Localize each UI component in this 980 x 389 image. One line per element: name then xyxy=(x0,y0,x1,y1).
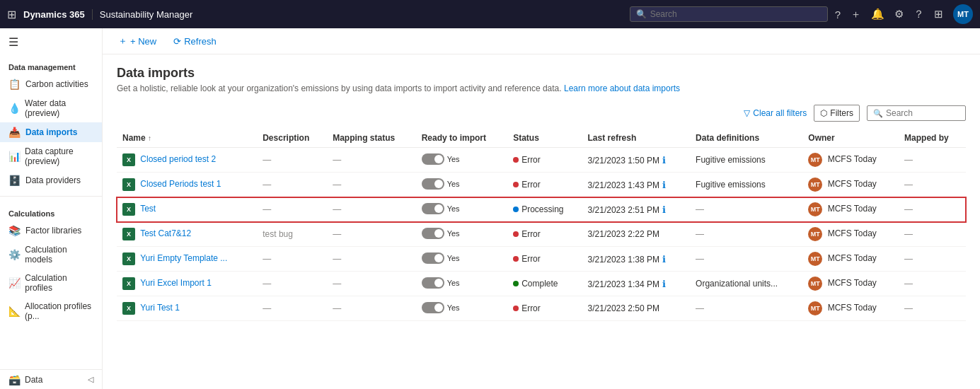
table-row[interactable]: X Closed Periods test 1 — — Yes Error 3/… xyxy=(117,173,966,197)
cell-data-definitions: — xyxy=(690,222,802,247)
ready-toggle[interactable] xyxy=(422,228,444,239)
table-search-input[interactable] xyxy=(886,108,959,118)
help-icon[interactable]: ? xyxy=(835,8,841,21)
user-avatar[interactable]: MT xyxy=(953,4,973,24)
col-owner: Owner xyxy=(802,129,899,148)
sidebar-label-data-capture: Data capture (preview) xyxy=(25,146,93,166)
cell-mapped-by: — xyxy=(899,173,966,197)
cell-ready-to-import: Yes xyxy=(416,247,508,272)
toggle-label: Yes xyxy=(447,279,460,287)
col-data-definitions: Data definitions xyxy=(690,129,802,148)
refresh-button[interactable]: ⟳ Refresh xyxy=(169,34,221,49)
cell-mapped-by: — xyxy=(899,272,966,296)
ready-toggle[interactable] xyxy=(422,252,444,264)
data-imports-icon: 📥 xyxy=(8,127,21,138)
sidebar-toggle[interactable]: ☰ xyxy=(0,28,102,56)
row-name-link[interactable]: Test xyxy=(140,204,156,214)
sidebar-item-factor-libraries[interactable]: 📚 Factor libraries xyxy=(0,221,102,240)
row-name-link[interactable]: Yuri Empty Template ... xyxy=(140,253,227,263)
bottom-data-item[interactable]: 🗃️ Data xyxy=(8,374,42,385)
ready-toggle[interactable] xyxy=(422,302,444,313)
factor-libraries-icon: 📚 xyxy=(8,225,21,236)
cell-description: — xyxy=(257,173,327,197)
status-label: Error xyxy=(521,303,541,313)
owner-avatar: MT xyxy=(808,178,822,192)
grid-view-icon[interactable]: ⊞ xyxy=(934,8,943,21)
sidebar-item-data-capture[interactable]: 📊 Data capture (preview) xyxy=(0,142,102,170)
ready-toggle[interactable] xyxy=(422,153,444,165)
row-name-link[interactable]: Yuri Test 1 xyxy=(140,303,180,313)
sidebar-item-calculation-models[interactable]: ⚙️ Calculation models xyxy=(0,240,102,269)
chevron-right-icon[interactable]: ◁ xyxy=(88,375,93,384)
col-mapped-by: Mapped by xyxy=(899,129,966,148)
row-name-link[interactable]: Test Cat7&12 xyxy=(140,228,191,238)
table-search-box[interactable]: 🔍 xyxy=(867,105,966,121)
cell-status: Error xyxy=(507,222,582,247)
filter-clear-icon: ▽ xyxy=(744,108,750,118)
sidebar-item-data-imports[interactable]: 📥 Data imports xyxy=(0,122,102,142)
table-row[interactable]: X Yuri Empty Template ... — — Yes Error … xyxy=(117,247,966,272)
filter-bar: ▽ Clear all filters ⬡ Filters 🔍 xyxy=(117,105,966,122)
filters-button[interactable]: ⬡ Filters xyxy=(814,105,860,122)
table-row[interactable]: X Test — — Yes Processing 3/21/2023 2:51… xyxy=(117,197,966,222)
cell-owner: MT MCFS Today xyxy=(802,197,899,222)
row-name-link[interactable]: Yuri Excel Import 1 xyxy=(140,278,212,288)
new-button[interactable]: ＋ + New xyxy=(114,33,161,50)
ready-toggle[interactable] xyxy=(422,178,444,190)
table-row[interactable]: X Test Cat7&12 test bug — Yes Error 3/21… xyxy=(117,222,966,247)
sidebar-section-calculations: Calculations xyxy=(0,202,102,221)
cell-status: Error xyxy=(507,247,582,272)
row-name-link[interactable]: Closed Periods test 1 xyxy=(140,179,221,189)
learn-more-link[interactable]: Learn more about data imports xyxy=(564,83,680,93)
info-icon[interactable]: ℹ xyxy=(662,204,666,215)
cell-name: X Test Cat7&12 xyxy=(117,222,257,247)
cell-status: Error xyxy=(507,173,582,197)
clear-filters-button[interactable]: ▽ Clear all filters xyxy=(744,108,807,118)
sort-icon-name[interactable]: ↑ xyxy=(148,134,151,142)
owner-name: MCFS Today xyxy=(828,253,877,263)
info-icon[interactable]: ℹ xyxy=(662,279,666,289)
toggle-label: Yes xyxy=(447,229,460,238)
table-row[interactable]: X Yuri Test 1 — — Yes Error 3/21/2023 2:… xyxy=(117,296,966,321)
notification-icon[interactable]: 🔔 xyxy=(871,8,884,21)
add-icon[interactable]: ＋ xyxy=(851,8,861,21)
sidebar-item-water-data[interactable]: 💧 Water data (preview) xyxy=(0,94,102,122)
excel-icon: X xyxy=(122,277,135,290)
sidebar-item-calculation-profiles[interactable]: 📈 Calculation profiles xyxy=(0,269,102,297)
table-row[interactable]: X Yuri Excel Import 1 — — Yes Complete 3… xyxy=(117,272,966,296)
table-row[interactable]: X Closed period test 2 — — Yes Error 3/2… xyxy=(117,148,966,173)
global-search-box[interactable]: 🔍 xyxy=(630,6,828,22)
info-icon[interactable]: ℹ xyxy=(662,155,666,166)
excel-icon: X xyxy=(122,228,135,240)
cell-last-refresh: 3/21/2023 1:38 PMℹ xyxy=(582,247,691,272)
sidebar: ☰ Data management 📋 Carbon activities 💧 … xyxy=(0,28,103,389)
info-icon[interactable]: ℹ xyxy=(662,254,666,265)
cell-mapping-status: — xyxy=(327,247,415,272)
cell-owner: MT MCFS Today xyxy=(802,296,899,321)
owner-avatar: MT xyxy=(808,252,822,266)
settings-icon[interactable]: ⚙ xyxy=(894,8,904,21)
water-data-icon: 💧 xyxy=(8,103,20,114)
sidebar-item-carbon-activities[interactable]: 📋 Carbon activities xyxy=(0,74,102,94)
sidebar-item-allocation-profiles[interactable]: 📐 Allocation profiles (p... xyxy=(0,297,102,325)
grid-menu-icon[interactable]: ⊞ xyxy=(7,8,16,21)
status-dot xyxy=(513,306,519,311)
row-name-link[interactable]: Closed period test 2 xyxy=(140,154,216,164)
status-dot xyxy=(513,281,519,286)
col-status: Status xyxy=(507,129,582,148)
calc-models-icon: ⚙️ xyxy=(8,249,20,260)
question-icon[interactable]: ？ xyxy=(913,8,924,21)
toggle-label: Yes xyxy=(447,204,460,213)
col-ready-to-import: Ready to import xyxy=(416,129,508,148)
cell-last-refresh: 3/21/2023 1:50 PMℹ xyxy=(582,148,691,173)
sidebar-label-water: Water data (preview) xyxy=(25,98,93,118)
global-search-input[interactable] xyxy=(650,9,822,19)
sidebar-section-data-management: Data management xyxy=(0,56,102,74)
status-label: Error xyxy=(521,229,541,239)
ready-toggle[interactable] xyxy=(422,277,444,289)
info-icon[interactable]: ℹ xyxy=(662,180,666,190)
ready-toggle[interactable] xyxy=(422,203,444,214)
sidebar-item-data-providers[interactable]: 🗄️ Data providers xyxy=(0,170,102,190)
status-label: Processing xyxy=(521,204,563,214)
refresh-icon: ⟳ xyxy=(173,36,181,47)
